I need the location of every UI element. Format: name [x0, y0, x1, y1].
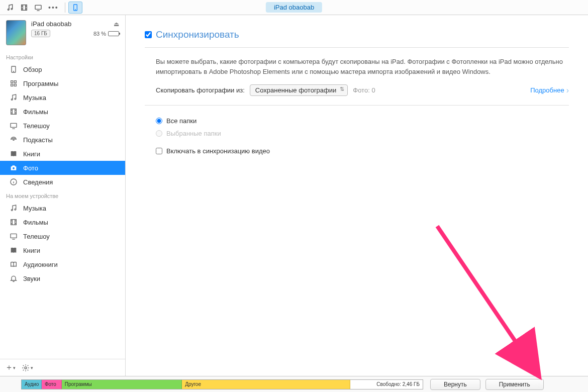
battery-icon [108, 31, 119, 36]
sidebar-item-label: Программы [23, 80, 58, 87]
audiobook-icon [9, 260, 18, 269]
sidebar-item-music[interactable]: Музыка [0, 90, 125, 105]
device-title-pill[interactable]: iPad obaobab [266, 2, 322, 13]
sidebar: iPad obaobab ⏏ 16 ГБ 83 % Настройки Обзо… [0, 15, 126, 376]
apps-icon [9, 79, 18, 88]
device-thumbnail [6, 20, 26, 45]
svg-rect-8 [11, 81, 13, 83]
tablet-icon [9, 65, 18, 74]
sidebar-item-d-audiobooks[interactable]: Аудиокниги [0, 257, 125, 271]
sidebar-item-label: Музыка [23, 205, 46, 212]
svg-point-5 [75, 9, 75, 10]
sidebar-item-label: Звуки [23, 275, 40, 282]
sidebar-item-label: Музыка [23, 94, 46, 102]
more-info-link[interactable]: Подробнее [530, 86, 569, 95]
section-ondevice-title: На моем устройстве [0, 189, 125, 201]
sidebar-item-d-books[interactable]: Книги [0, 243, 125, 257]
storage-segment-audio: Аудио [22, 380, 42, 389]
sync-checkbox[interactable] [145, 31, 152, 38]
storage-bar: АудиоФотоПрограммыДругоеСвободно: 2,46 Г… [21, 379, 423, 389]
svg-rect-3 [35, 5, 41, 9]
info-icon [9, 177, 18, 186]
sidebar-item-label: Аудиокниги [23, 261, 58, 268]
copy-from-select[interactable]: Сохраненные фотографии [250, 84, 348, 96]
camera-icon [9, 163, 18, 172]
svg-point-19 [11, 210, 13, 211]
sidebar-item-tvshows[interactable]: Телешоу [0, 119, 125, 133]
svg-point-0 [8, 9, 9, 10]
storage-footer: АудиоФотоПрограммыДругоеСвободно: 2,46 Г… [0, 376, 588, 392]
battery-indicator: 83 % [93, 31, 119, 37]
sidebar-item-label: Книги [23, 247, 40, 254]
svg-point-1 [11, 8, 13, 10]
sidebar-item-label: Фильмы [23, 219, 48, 226]
film-icon [9, 218, 18, 227]
sidebar-item-d-tones[interactable]: Звуки [0, 271, 125, 285]
bell-icon [9, 274, 18, 283]
include-videos-checkbox[interactable] [156, 148, 162, 154]
sidebar-item-d-tvshows[interactable]: Телешоу [0, 229, 125, 243]
sidebar-item-label: Подкасты [23, 136, 53, 144]
add-playlist-icon[interactable]: ＋▾ [5, 362, 16, 373]
copy-from-label: Скопировать фотографии из: [156, 86, 245, 94]
revert-button[interactable]: Вернуть [430, 379, 480, 390]
storage-segment-apps: Программы [62, 380, 182, 389]
sidebar-item-movies[interactable]: Фильмы [0, 105, 125, 119]
sidebar-item-apps[interactable]: Программы [0, 76, 125, 90]
sidebar-item-label: Книги [23, 150, 40, 158]
radio-selected-label: Выбранные папки [166, 130, 221, 137]
device-header: iPad obaobab ⏏ 16 ГБ 83 % [0, 15, 125, 50]
sidebar-item-d-movies[interactable]: Фильмы [0, 215, 125, 229]
sidebar-item-info[interactable]: Сведения [0, 175, 125, 189]
sidebar-item-overview[interactable]: Обзор [0, 62, 125, 76]
sidebar-item-label: Обзор [23, 66, 42, 73]
include-videos-label: Включать в синхронизацию видео [166, 147, 270, 155]
top-toolbar: ••• iPad obaobab [0, 0, 588, 15]
music-icon [9, 204, 18, 213]
music-icon [9, 93, 18, 102]
book-icon [9, 149, 18, 158]
gear-icon[interactable]: ▾ [22, 364, 33, 372]
svg-rect-15 [11, 123, 17, 127]
device-tab-icon[interactable] [68, 2, 82, 14]
battery-pct: 83 % [93, 31, 106, 37]
sidebar-item-podcasts[interactable]: Подкасты [0, 133, 125, 147]
svg-rect-21 [11, 220, 17, 225]
sidebar-item-label: Телешоу [23, 233, 50, 240]
device-name: iPad obaobab [31, 20, 71, 28]
sync-description: Вы можете выбрать, какие фотографии с ко… [156, 57, 569, 76]
sidebar-item-label: Сведения [23, 178, 53, 186]
sidebar-item-d-music[interactable]: Музыка [0, 201, 125, 215]
sidebar-item-books[interactable]: Книги [0, 147, 125, 161]
podcast-icon [9, 135, 18, 144]
sidebar-item-photos[interactable]: Фото [0, 161, 125, 175]
svg-rect-11 [14, 84, 16, 86]
svg-point-17 [13, 167, 15, 169]
radio-all-folders[interactable] [156, 118, 162, 124]
film-icon [9, 107, 18, 116]
music-tab-icon[interactable] [3, 2, 17, 14]
svg-point-7 [14, 71, 14, 72]
eject-icon[interactable]: ⏏ [114, 21, 119, 28]
svg-point-13 [15, 98, 16, 100]
photo-count: Фото: 0 [353, 86, 375, 94]
sidebar-item-label: Фильмы [23, 108, 48, 116]
more-tabs-icon[interactable]: ••• [45, 4, 62, 12]
main-content: Синхронизировать Вы можете выбрать, каки… [126, 15, 588, 376]
storage-segment-other: Другое [182, 380, 350, 389]
tv-tab-icon[interactable] [31, 2, 45, 14]
storage-segment-free: Свободно: 2,46 ГБ [350, 380, 423, 389]
svg-rect-22 [11, 234, 17, 238]
sidebar-footer: ＋▾ ▾ [0, 359, 125, 376]
svg-point-20 [15, 209, 16, 210]
apply-button[interactable]: Применить [485, 379, 544, 390]
radio-selected-folders [156, 130, 162, 137]
sidebar-item-label: Телешоу [23, 122, 50, 130]
movies-tab-icon[interactable] [17, 2, 31, 14]
svg-rect-2 [22, 5, 27, 10]
svg-rect-10 [11, 84, 13, 86]
svg-point-12 [11, 99, 13, 101]
section-settings-title: Настройки [0, 50, 125, 62]
svg-rect-9 [14, 81, 16, 83]
svg-point-23 [25, 367, 27, 369]
